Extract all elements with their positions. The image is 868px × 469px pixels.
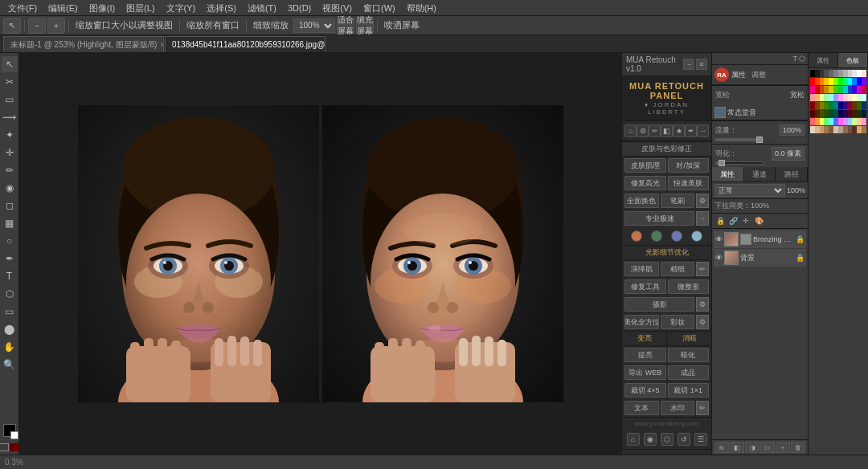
- fill-slider[interactable]: [715, 161, 764, 165]
- mua-icon-settings[interactable]: ⚙: [637, 124, 649, 137]
- btn-darken[interactable]: 暗化: [668, 348, 710, 362]
- fill-slider-thumb[interactable]: [719, 160, 725, 166]
- swatch-color[interactable]: [862, 94, 866, 101]
- layer-visibility-eye[interactable]: 👁: [715, 235, 723, 243]
- menu-3d[interactable]: 3D(D): [283, 1, 316, 15]
- menu-window[interactable]: 窗口(W): [358, 1, 400, 15]
- menu-text[interactable]: 文字(Y): [162, 1, 201, 15]
- tab-channels[interactable]: 通道: [744, 167, 776, 181]
- menu-edit[interactable]: 编辑(E): [43, 1, 83, 15]
- swatch-color[interactable]: [862, 86, 866, 93]
- btn-skin-texture[interactable]: 皮肤肌理: [624, 158, 666, 173]
- swatch-color[interactable]: [862, 78, 866, 85]
- swatch-color[interactable]: [862, 126, 866, 133]
- mua-icon-pen[interactable]: ✒: [685, 124, 697, 137]
- swatch-tab-swatches[interactable]: 色板: [838, 53, 868, 67]
- opacity-slider[interactable]: [715, 138, 764, 141]
- bottom-icon-1[interactable]: ⌂: [627, 433, 640, 446]
- opacity-slider-thumb[interactable]: [756, 137, 763, 143]
- btn-global-decolor[interactable]: 全面换色: [624, 194, 659, 208]
- menu-select[interactable]: 选择(S): [202, 1, 241, 15]
- btn-watermark[interactable]: 水印: [661, 401, 695, 415]
- layer-btn-new[interactable]: ＋: [776, 442, 790, 453]
- btn-retouch-high[interactable]: 修复高光: [624, 176, 666, 190]
- background-color[interactable]: [10, 431, 18, 439]
- mua-icon-arrow[interactable]: →: [697, 124, 709, 137]
- quick-mask-off[interactable]: [0, 443, 9, 451]
- foreground-color[interactable]: [3, 424, 16, 437]
- layer-icon-move[interactable]: ✛: [740, 215, 751, 226]
- color-warm[interactable]: [631, 230, 642, 242]
- layer-btn-adjust[interactable]: ◑: [745, 442, 760, 453]
- btn-micro-plastic[interactable]: 微整形: [668, 279, 710, 294]
- btn-pro-settings[interactable]: →: [696, 211, 709, 226]
- tab-untitled[interactable]: 未标题-1 @ 253% (Highlight, 图层蒙版/8) ✕: [3, 36, 164, 52]
- panel-expand[interactable]: ≡: [696, 59, 707, 70]
- menu-layer[interactable]: 图层(L): [121, 1, 159, 15]
- btn-repair-tool[interactable]: 修复工具: [624, 279, 666, 294]
- layer-icon-lock[interactable]: 🔒: [714, 215, 726, 226]
- btn-beauty-full[interactable]: 美化全方位: [624, 315, 659, 329]
- color-green[interactable]: [651, 230, 662, 242]
- tool-hand[interactable]: ✋: [2, 339, 18, 355]
- mua-icon-layers[interactable]: ◧: [661, 124, 673, 137]
- btn-export-web[interactable]: 导出 WEB: [624, 365, 666, 380]
- panel-minimize[interactable]: －: [683, 59, 694, 70]
- tool-select[interactable]: ↖: [2, 56, 18, 72]
- btn-lighten[interactable]: 提亮: [624, 348, 666, 362]
- swatch-color[interactable]: [862, 102, 866, 109]
- bottom-icon-2[interactable]: ◉: [644, 433, 657, 446]
- menu-file[interactable]: 文件(F): [3, 1, 42, 15]
- btn-skin-gloss[interactable]: 演绎肌: [624, 262, 659, 276]
- tool-lasso[interactable]: ⟿: [2, 109, 18, 125]
- tool-heal[interactable]: ✛: [2, 145, 18, 161]
- btn-makeup[interactable]: 彩妆: [661, 315, 695, 329]
- swatch-color[interactable]: [862, 118, 866, 125]
- mua-icon-brush[interactable]: ✏: [649, 124, 661, 137]
- fit-screen-btn[interactable]: 适合屏幕: [337, 18, 354, 34]
- btn-makeup-settings[interactable]: ⚙: [696, 315, 709, 329]
- color-light-blue[interactable]: [691, 230, 702, 242]
- tool-crop[interactable]: ✂: [2, 74, 18, 90]
- tool-magic-wand[interactable]: ✦: [2, 127, 18, 143]
- btn-text[interactable]: 文本: [624, 401, 659, 415]
- btn-crop-1x1[interactable]: 裁切 1×1: [668, 383, 710, 398]
- tool-gradient[interactable]: ▦: [2, 215, 18, 231]
- btn-detail[interactable]: 精细: [661, 262, 695, 276]
- menu-help[interactable]: 帮助(H): [402, 1, 441, 15]
- btn-detail-settings[interactable]: ✏: [696, 262, 709, 276]
- zoom-in-btn[interactable]: ＋: [47, 18, 65, 34]
- color-blue[interactable]: [671, 230, 682, 242]
- layer-item-bg[interactable]: 👁 背景 🔒: [714, 249, 806, 267]
- tool-eraser[interactable]: ◻: [2, 198, 18, 214]
- btn-brushing[interactable]: 笔刷: [661, 194, 695, 208]
- layer-bg-visibility[interactable]: 👁: [715, 254, 723, 262]
- bottom-icon-3[interactable]: ⬡: [661, 433, 674, 446]
- btn-pro-speed[interactable]: 专业极速: [624, 211, 694, 226]
- fill-screen-btn[interactable]: 填充屏幕: [356, 18, 374, 34]
- btn-crop-4x5[interactable]: 裁切 4×5: [624, 383, 666, 398]
- right-icon-2[interactable]: ⬡: [799, 55, 805, 63]
- menu-image[interactable]: 图像(I): [84, 1, 120, 15]
- layer-btn-delete[interactable]: 🗑: [791, 442, 805, 453]
- btn-quick-fix[interactable]: 快速美肤: [668, 176, 710, 190]
- tool-path[interactable]: ⬡: [2, 286, 18, 302]
- right-icon-1[interactable]: T: [793, 55, 798, 63]
- btn-brushing-settings[interactable]: ⚙: [696, 194, 709, 208]
- btn-film[interactable]: 摄影: [624, 297, 694, 312]
- mua-icon-star[interactable]: ★: [673, 124, 685, 137]
- zoom-select[interactable]: 100%: [293, 18, 335, 33]
- tool-stamp[interactable]: ◉: [2, 180, 18, 196]
- btn-watermark-settings[interactable]: ✏: [696, 401, 709, 415]
- btn-dodge-burn[interactable]: 对/加深: [668, 158, 710, 173]
- tool-brush[interactable]: ✏: [2, 162, 18, 178]
- btn-artwork[interactable]: 成品: [668, 365, 710, 380]
- tool-dodge[interactable]: ○: [2, 233, 18, 249]
- tool-3d[interactable]: ⬤: [2, 321, 18, 337]
- tab-properties[interactable]: 属性: [712, 167, 744, 181]
- blend-mode-select[interactable]: 正常: [714, 184, 785, 197]
- zoom-out-btn[interactable]: －: [28, 18, 46, 34]
- mua-icon-home[interactable]: ⌂: [624, 124, 637, 137]
- tool-type[interactable]: T: [2, 268, 18, 284]
- swatch-tab-color[interactable]: 属性: [809, 53, 838, 67]
